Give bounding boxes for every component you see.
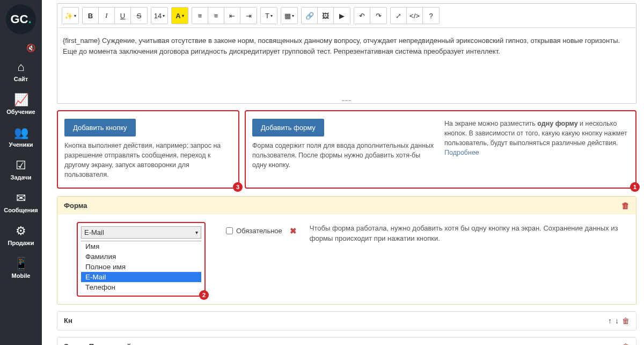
fontsize-value: 14 <box>154 12 162 20</box>
ol-button[interactable]: ≡ <box>208 8 224 24</box>
strike-button[interactable]: S <box>131 8 147 24</box>
move-down-icon[interactable]: ↓ <box>615 317 619 325</box>
video-button[interactable]: ▶ <box>334 8 350 24</box>
sidebar-item-students[interactable]: 👥 Ученики <box>0 120 42 153</box>
caret-icon: ▾ <box>270 13 273 18</box>
delete-screen-icon[interactable]: 🗑 <box>622 342 630 346</box>
sidebar-item-messages[interactable]: ✉ Сообщения <box>0 186 42 219</box>
options-row: Добавить кнопку Кнопка выполняет действи… <box>57 110 636 189</box>
info-bold: одну форму <box>537 120 577 127</box>
annotation-badge-3: 3 <box>233 182 243 192</box>
users-icon: 👥 <box>14 126 28 140</box>
italic-button[interactable]: I <box>99 8 115 24</box>
field-select-value: E-Mail <box>84 228 104 236</box>
add-form-desc: Форма содержит поля для ввода дополнител… <box>252 141 435 170</box>
screen-panel-actions: 🗑 <box>622 342 630 346</box>
outdent-button[interactable]: ⇤ <box>224 8 240 24</box>
mail-icon: ✉ <box>16 191 26 205</box>
resize-handle[interactable]: ━━━ <box>57 98 636 103</box>
delete-form-icon[interactable]: 🗑 <box>621 201 630 210</box>
move-up-icon[interactable]: ↑ <box>608 317 612 325</box>
undo-button[interactable]: ↶ <box>354 8 370 24</box>
mute-icon[interactable]: 🔇 <box>26 44 35 52</box>
ul-button[interactable]: ≡ <box>192 8 208 24</box>
field-option-name[interactable]: Имя <box>81 241 201 251</box>
editor-panel: ✨▾ B I U S 14▾ A▾ ≡ ≡ ⇤ ⇥ <box>57 3 636 104</box>
field-option-email[interactable]: E-Mail <box>81 272 201 282</box>
sidebar-item-sales[interactable]: ⚙ Продажи <box>0 219 42 251</box>
editor-textarea[interactable]: {first_name} Суждение, учитывая отсутств… <box>57 28 636 98</box>
remove-field-icon[interactable]: ✖ <box>290 226 297 236</box>
form-panel: Форма 🗑 E-Mail ▾ Имя Фамилия Полное имя <box>57 196 636 305</box>
bold-button[interactable]: B <box>83 8 99 24</box>
home-icon: ⌂ <box>17 60 24 74</box>
field-select[interactable]: E-Mail ▾ <box>81 226 201 239</box>
para-icon: T <box>265 12 269 20</box>
delete-button-icon[interactable]: 🗑 <box>622 317 630 325</box>
field-option-surname[interactable]: Фамилия <box>81 251 201 262</box>
mute-row: 🔇 <box>0 41 42 55</box>
sidebar-item-label: Обучение <box>6 109 35 115</box>
form-info-text: На экране можно разместить одну форму и … <box>444 119 629 158</box>
editor-toolbar: ✨▾ B I U S 14▾ A▾ ≡ ≡ ⇤ ⇥ <box>57 4 636 28</box>
magic-button[interactable]: ✨▾ <box>62 8 78 24</box>
sidebar-item-mobile[interactable]: 📱 Mobile <box>0 251 42 284</box>
fontcolor-button[interactable]: A▾ <box>172 8 188 24</box>
sidebar-nav: GC. 🔇 ⌂ Сайт 📈 Обучение 👥 Ученики ☑ Зада… <box>0 0 42 345</box>
caret-icon: ▾ <box>74 13 76 18</box>
gear-icon: ⚙ <box>16 224 26 238</box>
table-button[interactable]: ▦▾ <box>281 8 297 24</box>
paragraph-button[interactable]: T▾ <box>261 8 277 24</box>
chevron-down-icon: ▾ <box>195 229 198 235</box>
image-button[interactable]: 🖼 <box>318 8 334 24</box>
help-button[interactable]: ? <box>423 8 439 24</box>
fontsize-button[interactable]: 14▾ <box>151 8 167 24</box>
sidebar-item-label: Продажи <box>8 240 34 246</box>
button-item-title: Кн <box>64 317 72 325</box>
sidebar-item-learning[interactable]: 📈 Обучение <box>0 88 42 120</box>
fontcolor-label: A <box>175 12 180 20</box>
logo: GC. <box>6 4 36 34</box>
caret-icon: ▾ <box>292 13 294 18</box>
sidebar-item-label: Mobile <box>12 272 31 279</box>
magic-icon: ✨ <box>64 12 73 20</box>
sidebar-item-tasks[interactable]: ☑ Задачи <box>0 153 42 186</box>
more-link[interactable]: Подробнее <box>444 149 479 156</box>
info-pre: На экране можно разместить <box>444 120 537 127</box>
caret-icon: ▾ <box>182 13 184 18</box>
field-option-phone[interactable]: Телефон <box>81 282 201 292</box>
button-item-panel[interactable]: Кн ↑ ↓ 🗑 <box>57 311 636 330</box>
field-select-wrap: E-Mail ▾ Имя Фамилия Полное имя E-Mail Т… <box>77 222 206 297</box>
underline-button[interactable]: U <box>115 8 131 24</box>
form-panel-title: Форма <box>64 202 87 210</box>
annotation-badge-1: 1 <box>630 182 640 192</box>
link-button[interactable]: 🔗 <box>302 8 318 24</box>
check-icon: ☑ <box>16 159 26 172</box>
fullscreen-button[interactable]: ⤢ <box>391 8 407 24</box>
screen-panel-title: Экран: Продающий <box>64 342 131 345</box>
sidebar-item-site[interactable]: ⌂ Сайт <box>0 55 42 88</box>
mobile-icon: 📱 <box>14 257 28 271</box>
redo-button[interactable]: ↷ <box>370 8 386 24</box>
form-panel-head: Форма 🗑 <box>57 197 636 214</box>
add-button-box: Добавить кнопку Кнопка выполняет действи… <box>57 110 239 189</box>
add-form-button[interactable]: Добавить форму <box>252 119 324 136</box>
logo-dot: . <box>28 12 31 26</box>
add-button-button[interactable]: Добавить кнопку <box>64 119 136 136</box>
field-option-fullname[interactable]: Полное имя <box>81 262 201 272</box>
caret-icon: ▾ <box>163 13 165 18</box>
chart-icon: 📈 <box>14 93 28 107</box>
screen-panel[interactable]: Экран: Продающий 🗑 <box>57 337 636 346</box>
add-button-desc: Кнопка выполняет действия, например: зап… <box>64 141 232 180</box>
form-help-text: Чтобы форма работала, нужно добавить хот… <box>310 222 628 244</box>
indent-button[interactable]: ⇥ <box>240 8 257 24</box>
annotation-badge-2: 2 <box>199 290 209 300</box>
table-icon: ▦ <box>284 12 291 20</box>
code-button[interactable]: </> <box>407 8 423 24</box>
form-panel-body: E-Mail ▾ Имя Фамилия Полное имя E-Mail Т… <box>57 214 636 304</box>
sidebar-item-label: Сайт <box>14 76 28 82</box>
required-checkbox[interactable] <box>226 227 233 234</box>
sidebar-item-label: Сообщения <box>4 207 38 213</box>
add-form-box: Добавить форму Форма содержит поля для в… <box>245 110 636 189</box>
field-select-container: E-Mail ▾ Имя Фамилия Полное имя E-Mail Т… <box>77 222 206 297</box>
